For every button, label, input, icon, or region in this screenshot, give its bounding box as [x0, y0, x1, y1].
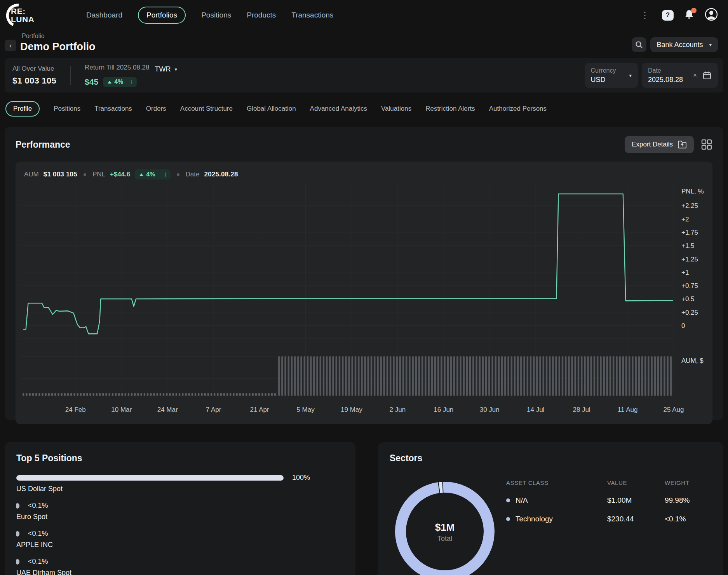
kebab-menu-icon[interactable]: ⋮	[638, 10, 652, 21]
nav-item-dashboard[interactable]: Dashboard	[86, 7, 122, 23]
aum-bar	[377, 356, 379, 396]
nav-item-portfolios[interactable]: Portfolios	[138, 7, 186, 24]
aum-bar	[578, 356, 580, 396]
y-axis-tick: +1.75	[681, 229, 698, 236]
tab-profile[interactable]: Profile	[5, 101, 40, 117]
tab-global-allocation[interactable]: Global Allocation	[247, 105, 296, 113]
aum-bar	[619, 356, 621, 396]
aum-bar	[336, 356, 338, 396]
date-picker[interactable]: Date 2025.08.28 ×	[642, 63, 718, 88]
aum-bar	[313, 356, 315, 396]
sectors-card: Sectors $1MTotal ASSET CLASSVALUEWEIGHT …	[378, 442, 723, 575]
aum-bar	[511, 356, 513, 396]
legend-aum-value: $1 003 105	[44, 171, 77, 178]
tab-transactions[interactable]: Transactions	[94, 105, 132, 113]
aum-bar	[399, 356, 401, 396]
aum-bar	[431, 356, 433, 396]
sector-asset-name: N/A	[516, 496, 528, 505]
currency-select[interactable]: Currency USD ▾	[585, 63, 638, 88]
portfolio-stats-bar: All Over Value $1 003 105 Return Till 20…	[5, 58, 723, 92]
x-axis-label: 25 Aug	[664, 406, 684, 413]
performance-card: Performance Export Details AUM	[5, 127, 723, 420]
portfolio-tabs: ProfilePositionsTransactionsOrdersAccoun…	[0, 101, 728, 117]
help-icon[interactable]: ?	[662, 10, 674, 21]
aum-stub-bar	[77, 393, 78, 396]
widgets-grid-icon[interactable]	[701, 139, 712, 150]
page-title: Demo Portfolio	[20, 41, 96, 53]
aum-bar	[610, 356, 611, 396]
aum-bar	[326, 356, 328, 396]
aum-stub-bar	[214, 393, 216, 396]
aum-bar	[594, 356, 596, 396]
aum-bar	[657, 356, 659, 396]
nav-item-products[interactable]: Products	[247, 7, 276, 23]
x-axis-label: 21 Apr	[250, 406, 269, 413]
aum-stub-bar	[35, 393, 37, 396]
tab-advanced-analytics[interactable]: Advanced Analytics	[310, 105, 367, 113]
aum-bar	[284, 356, 286, 396]
sectors-donut-chart: $1MTotal	[394, 481, 495, 575]
aum-stub-bar	[268, 393, 270, 396]
y-axis-tick: +0.75	[681, 282, 698, 289]
aum-bar	[456, 356, 458, 396]
clear-date-icon[interactable]: ×	[693, 71, 697, 79]
aum-bar	[418, 356, 420, 396]
aum-stub-bar	[195, 393, 197, 396]
aum-bar	[644, 356, 646, 396]
pnl-line	[24, 194, 673, 334]
y-axis-tick: +0.5	[681, 295, 695, 303]
tab-restriction-alerts[interactable]: Restriction Alerts	[425, 105, 475, 113]
nav-item-positions[interactable]: Positions	[201, 7, 231, 23]
aum-bar	[406, 356, 408, 396]
aum-bar	[565, 356, 567, 396]
chevron-down-icon: ▾	[629, 73, 632, 78]
aum-stub-bar	[102, 393, 104, 396]
aum-stub-bar	[166, 393, 168, 396]
aum-bar	[371, 356, 373, 396]
tab-orders[interactable]: Orders	[146, 105, 166, 113]
tab-positions[interactable]: Positions	[54, 105, 80, 113]
aum-bar	[421, 356, 423, 396]
aum-bar	[641, 356, 643, 396]
aum-bar	[664, 356, 665, 396]
back-button[interactable]: ‹	[5, 40, 16, 51]
aum-bar	[638, 356, 640, 396]
all-over-value: $1 003 105	[12, 76, 56, 86]
aum-stub-bar	[38, 393, 40, 396]
aum-bar	[520, 356, 522, 396]
aum-stub-bar	[115, 393, 117, 396]
aum-stub-bar	[144, 393, 146, 396]
aum-stub-bar	[242, 393, 244, 396]
aum-bar	[352, 356, 354, 396]
notifications-bell-icon[interactable]	[684, 9, 695, 21]
tab-valuations[interactable]: Valuations	[381, 105, 411, 113]
aum-bar	[571, 356, 573, 396]
aum-stub-bar	[54, 393, 56, 396]
tab-account-structure[interactable]: Account Structure	[180, 105, 233, 113]
aum-stub-bar	[80, 393, 82, 396]
export-details-button[interactable]: Export Details	[625, 136, 694, 153]
main-nav: DashboardPortfoliosPositionsProductsTran…	[86, 7, 333, 24]
aum-stub-bar	[182, 393, 184, 396]
profile-avatar[interactable]	[705, 8, 718, 23]
return-value: $45	[85, 77, 98, 87]
bank-accounts-dropdown[interactable]: Bank Accounts ▾	[650, 37, 718, 52]
sector-asset-cell: N/A	[506, 496, 607, 505]
aum-bar	[297, 356, 299, 396]
search-button[interactable]	[632, 37, 646, 52]
position-weight-bar	[16, 559, 19, 565]
aum-stub-bar	[185, 393, 187, 396]
aum-bar	[488, 356, 490, 396]
performance-chart: 24 Feb10 Mar24 Mar7 Apr21 Apr5 May19 May…	[21, 183, 718, 421]
calendar-icon[interactable]	[702, 71, 712, 80]
aum-bar	[501, 356, 503, 396]
return-mode-dropdown[interactable]: TWR ▾	[155, 65, 177, 73]
aum-bar	[517, 356, 519, 396]
aum-bar	[393, 356, 395, 396]
aum-bar	[651, 356, 653, 396]
tab-authorized-persons[interactable]: Authorized Persons	[489, 105, 547, 113]
dot-separator	[177, 173, 179, 176]
aum-bar	[616, 356, 618, 396]
aum-stub-bar	[255, 393, 257, 396]
nav-item-transactions[interactable]: Transactions	[291, 7, 333, 23]
